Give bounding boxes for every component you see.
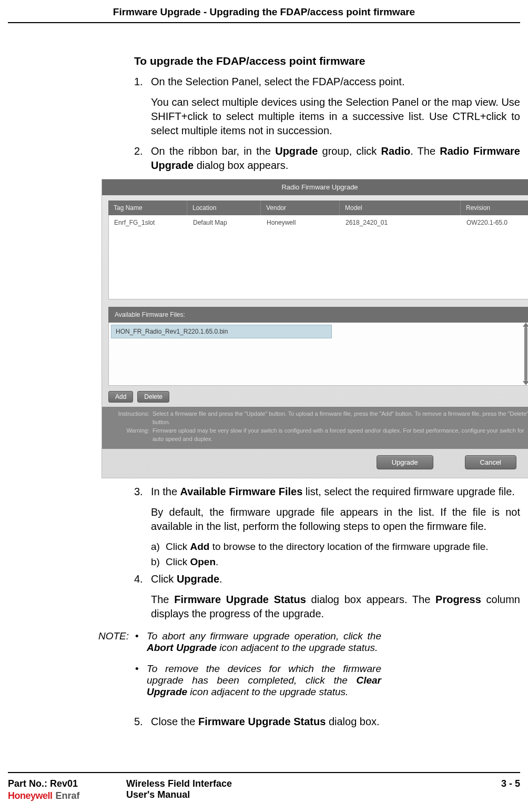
substep-b: b) Click Open. <box>151 555 520 569</box>
text-bold: Progress <box>435 594 481 605</box>
table-row[interactable]: Enrf_FG_1slot Default Map Honeywell 2618… <box>109 215 528 230</box>
text-bold: Radio <box>381 145 411 157</box>
text-bold: Open <box>190 556 216 567</box>
step-3: 3. In the Available Firmware Files list,… <box>134 485 520 569</box>
honeywell-logo: Honeywell <box>8 790 53 801</box>
section-heading: To upgrade the FDAP/access point firmwar… <box>134 55 520 67</box>
substep-a: a) Click Add to browse to the directory … <box>151 540 520 554</box>
radio-firmware-upgrade-dialog: Radio Firmware Upgrade × Tag Name Locati… <box>101 179 528 478</box>
text: Close the <box>151 716 198 727</box>
delete-button[interactable]: Delete <box>137 391 169 403</box>
col-revision: Revision <box>461 201 528 215</box>
step-number: 2. <box>134 144 143 158</box>
text: To remove the devices for which the firm… <box>147 663 381 686</box>
note-item-2: To remove the devices for which the firm… <box>134 663 381 698</box>
doc-title-2: User's Manual <box>126 789 489 800</box>
warning-text: Firmware upload may be very slow if your… <box>153 427 528 444</box>
procedure-list: 1. On the Selection Panel, select the FD… <box>134 75 520 621</box>
available-files-label: Available Firmware Files: <box>108 307 528 323</box>
step-3-p1: In the Available Firmware Files list, se… <box>151 485 520 499</box>
text-bold: Firmware Upgrade Status <box>198 716 326 727</box>
list-item[interactable]: HON_FR_Radio_Rev1_R220.1.65.0.bin <box>111 325 332 338</box>
step-number: 5. <box>134 715 143 729</box>
step-number: 3. <box>134 485 143 499</box>
text: icon adjacent to the upgrade status. <box>217 642 378 653</box>
text: . <box>216 556 218 567</box>
step-5-p1: Close the Firmware Upgrade Status dialog… <box>151 715 520 729</box>
col-vendor: Vendor <box>261 201 340 215</box>
text-bold: Abort Upgrade <box>147 642 217 653</box>
step-2: 2. On the ribbon bar, in the Upgrade gro… <box>134 144 520 478</box>
step-4: 4. Click Upgrade. The Firmware Upgrade S… <box>134 572 520 621</box>
upgrade-button[interactable]: Upgrade <box>377 455 433 469</box>
procedure-list-cont: 5. Close the Firmware Upgrade Status dia… <box>134 715 520 729</box>
note-item-1: To abort any firmware upgrade operation,… <box>134 630 381 654</box>
cell-loc: Default Map <box>188 215 261 230</box>
add-button[interactable]: Add <box>108 391 133 403</box>
page-header: Firmware Upgrade - Upgrading the FDAP/ac… <box>8 0 520 22</box>
note-label: NOTE: <box>96 630 134 707</box>
step-2-p1: On the ribbon bar, in the Upgrade group,… <box>151 144 520 173</box>
scrollbar[interactable] <box>524 327 527 381</box>
col-location: Location <box>187 201 261 215</box>
available-files-list[interactable]: HON_FR_Radio_Rev1_R220.1.65.0.bin <box>108 323 528 386</box>
page-footer: Part No.: Rev01 HoneywellEnraf Wireless … <box>8 772 520 801</box>
warning-label: Warning: <box>107 427 153 444</box>
cancel-button[interactable]: Cancel <box>465 455 516 469</box>
page-number: 3 - 5 <box>489 778 520 801</box>
step-4-p1: Click Upgrade. <box>151 572 520 586</box>
text: The <box>151 594 174 605</box>
instructions-panel: Instructions: Select a firmware file and… <box>102 407 528 449</box>
text: dialog box. <box>326 716 379 727</box>
cell-tag: Enrf_FG_1slot <box>109 215 188 230</box>
step-number: 4. <box>134 572 143 586</box>
step-1-p2: You can select multiple devices using th… <box>151 95 520 138</box>
text: dialog box appears. The <box>306 594 435 605</box>
text: On the ribbon bar, in the <box>151 145 275 157</box>
text: Click <box>166 541 190 552</box>
text: icon adjacent to the upgrade status. <box>187 686 348 697</box>
step-number: 1. <box>134 75 143 89</box>
instructions-text: Select a firmware file and press the "Up… <box>153 410 528 427</box>
text-bold: Upgrade <box>177 573 219 585</box>
text: group, click <box>318 145 381 157</box>
text: To abort any firmware upgrade operation,… <box>147 630 381 641</box>
cell-ven: Honeywell <box>261 215 340 230</box>
brand-logo: HoneywellEnraf <box>8 790 126 801</box>
text: . <box>219 573 222 585</box>
text-bold: Add <box>190 541 209 552</box>
text: In the <box>151 486 180 497</box>
substeps: a) Click Add to browse to the directory … <box>151 540 520 569</box>
note-body: To abort any firmware upgrade operation,… <box>134 630 520 707</box>
dialog-title-bar: Radio Firmware Upgrade × <box>102 179 528 195</box>
substep-label: b) <box>151 555 160 569</box>
step-3-p2: By default, the firmware upgrade file ap… <box>151 505 520 534</box>
col-model: Model <box>340 201 461 215</box>
text-bold: Firmware Upgrade Status <box>174 594 306 605</box>
content-area: To upgrade the FDAP/access point firmwar… <box>8 55 520 729</box>
grid-body[interactable]: Enrf_FG_1slot Default Map Honeywell 2618… <box>108 215 528 299</box>
step-1: 1. On the Selection Panel, select the FD… <box>134 75 520 138</box>
text: . The <box>410 145 440 157</box>
grid-header: Tag Name Location Vendor Model Revision <box>108 201 528 215</box>
doc-title-1: Wireless Field Interface <box>126 778 489 789</box>
footer-rule <box>8 772 520 773</box>
part-number: Part No.: Rev01 <box>8 778 126 789</box>
step-1-p1: On the Selection Panel, select the FDAP/… <box>151 75 520 89</box>
instructions-label: Instructions: <box>107 410 153 427</box>
substep-label: a) <box>151 540 160 554</box>
cell-rev: OW220.1-65.0 <box>461 215 528 230</box>
text: Click <box>166 556 190 567</box>
cell-mod: 2618_2420_01 <box>340 215 461 230</box>
text-bold: Available Firmware Files <box>180 486 303 497</box>
dialog-footer: Upgrade Cancel <box>102 449 528 478</box>
text: to browse to the directory location of t… <box>209 541 488 552</box>
note-block: NOTE: To abort any firmware upgrade oper… <box>134 630 520 707</box>
dialog-title: Radio Firmware Upgrade <box>281 183 358 191</box>
step-4-p2: The Firmware Upgrade Status dialog box a… <box>151 593 520 621</box>
step-5: 5. Close the Firmware Upgrade Status dia… <box>134 715 520 729</box>
text-bold: Upgrade <box>275 145 318 157</box>
enraf-logo: Enraf <box>56 790 80 801</box>
text: Click <box>151 573 177 585</box>
text: dialog box appears. <box>194 159 288 171</box>
